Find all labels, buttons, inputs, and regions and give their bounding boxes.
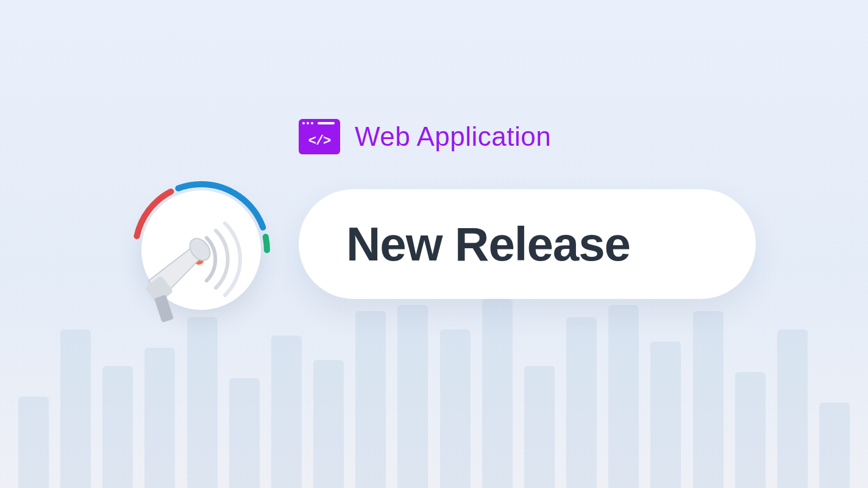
megaphone-badge	[128, 177, 274, 323]
release-pill: New Release	[299, 189, 756, 299]
code-window-icon: </>	[299, 119, 340, 154]
header-label: Web Application	[355, 121, 551, 152]
svg-rect-6	[154, 295, 174, 323]
header-row: </> Web Application	[299, 119, 551, 154]
megaphone-icon	[124, 201, 258, 323]
pill-title: New Release	[346, 217, 630, 272]
